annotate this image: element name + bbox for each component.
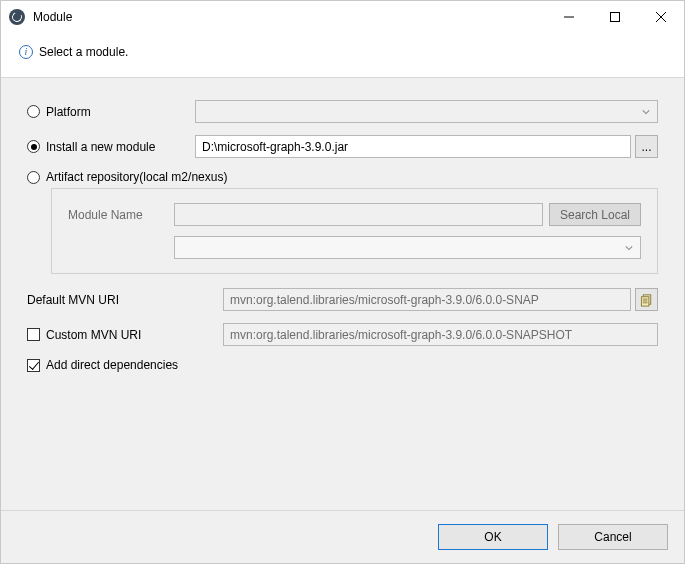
title-bar: Module bbox=[1, 1, 684, 33]
default-mvn-label: Default MVN URI bbox=[27, 293, 119, 307]
app-icon bbox=[9, 9, 25, 25]
cancel-button[interactable]: Cancel bbox=[558, 524, 668, 550]
dialog-content: Platform Install a new module ... bbox=[1, 77, 684, 511]
close-button[interactable] bbox=[638, 1, 684, 33]
module-name-input bbox=[174, 203, 543, 226]
browse-label: ... bbox=[641, 140, 651, 154]
dialog-footer: OK Cancel bbox=[1, 511, 684, 563]
copy-uri-button[interactable] bbox=[635, 288, 658, 311]
search-local-label: Search Local bbox=[560, 208, 630, 222]
platform-radio-label[interactable]: Platform bbox=[27, 105, 91, 119]
custom-mvn-input bbox=[223, 323, 658, 346]
search-local-button: Search Local bbox=[549, 203, 641, 226]
platform-combo[interactable] bbox=[195, 100, 658, 123]
install-radio-label[interactable]: Install a new module bbox=[27, 140, 155, 154]
ok-label: OK bbox=[484, 530, 501, 544]
platform-label: Platform bbox=[46, 105, 91, 119]
maximize-button[interactable] bbox=[592, 1, 638, 33]
platform-radio[interactable] bbox=[27, 105, 40, 118]
chevron-down-icon bbox=[620, 237, 638, 258]
browse-button[interactable]: ... bbox=[635, 135, 658, 158]
custom-mvn-checkbox-label[interactable]: Custom MVN URI bbox=[27, 328, 141, 342]
install-label: Install a new module bbox=[46, 140, 155, 154]
custom-mvn-label: Custom MVN URI bbox=[46, 328, 141, 342]
artifact-combo bbox=[174, 236, 641, 259]
minimize-button[interactable] bbox=[546, 1, 592, 33]
artifact-radio[interactable] bbox=[27, 171, 40, 184]
info-icon: i bbox=[19, 45, 33, 59]
default-mvn-input bbox=[223, 288, 631, 311]
artifact-label: Artifact repository(local m2/nexus) bbox=[46, 170, 227, 184]
chevron-down-icon bbox=[637, 101, 655, 122]
artifact-group: Module Name Search Local bbox=[51, 188, 658, 274]
ok-button[interactable]: OK bbox=[438, 524, 548, 550]
add-deps-label: Add direct dependencies bbox=[46, 358, 178, 372]
install-path-input[interactable] bbox=[195, 135, 631, 158]
copy-icon bbox=[640, 293, 653, 307]
svg-rect-1 bbox=[611, 13, 620, 22]
artifact-radio-label[interactable]: Artifact repository(local m2/nexus) bbox=[27, 170, 227, 184]
cancel-label: Cancel bbox=[594, 530, 631, 544]
custom-mvn-checkbox[interactable] bbox=[27, 328, 40, 341]
banner-message: Select a module. bbox=[39, 45, 128, 59]
add-deps-checkbox-label[interactable]: Add direct dependencies bbox=[27, 358, 178, 372]
module-name-label: Module Name bbox=[68, 208, 166, 222]
window-title: Module bbox=[33, 10, 72, 24]
add-deps-checkbox[interactable] bbox=[27, 359, 40, 372]
install-radio[interactable] bbox=[27, 140, 40, 153]
dialog-banner: i Select a module. bbox=[1, 33, 684, 77]
